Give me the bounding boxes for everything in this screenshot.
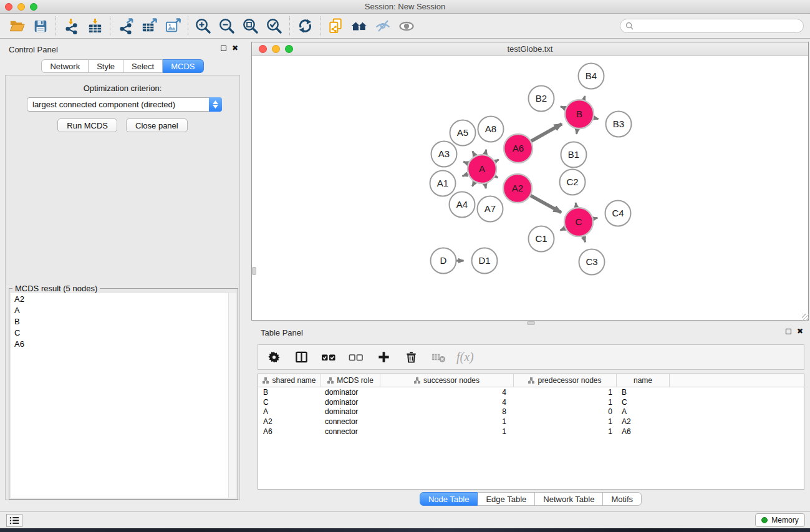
- export-network-button[interactable]: [113, 16, 137, 37]
- table-row[interactable]: Adominator80A: [258, 407, 804, 417]
- table-row[interactable]: Cdominator41C: [258, 397, 804, 407]
- network-maximize-button[interactable]: [285, 45, 293, 53]
- tab-mcds[interactable]: MCDS: [163, 59, 203, 73]
- zoom-selected-button[interactable]: [263, 16, 286, 37]
- float-panel-icon[interactable]: [221, 46, 226, 51]
- tab-network-table[interactable]: Network Table: [535, 492, 603, 506]
- graph-edge-A-A5[interactable]: [473, 152, 475, 157]
- graph-edge-A-A3[interactable]: [463, 162, 468, 163]
- zoom-in-button[interactable]: [191, 16, 215, 37]
- graph-edge-A-A1[interactable]: [462, 174, 468, 177]
- table-row[interactable]: A2connector11A2: [258, 417, 804, 427]
- network-files-button[interactable]: [324, 16, 347, 37]
- tab-edge-table[interactable]: Edge Table: [478, 492, 535, 506]
- graph-edge-A-A8[interactable]: [485, 150, 486, 155]
- graph-edge-B-B1[interactable]: [577, 128, 577, 134]
- graph-edge-A6-B[interactable]: [531, 124, 562, 142]
- delete-columns-button[interactable]: [402, 348, 420, 367]
- list-item[interactable]: A2: [11, 293, 236, 304]
- run-mcds-button[interactable]: Run MCDS: [57, 118, 117, 132]
- home-view-button[interactable]: [347, 16, 371, 37]
- import-network-button[interactable]: [59, 16, 83, 37]
- minimize-window-button[interactable]: [17, 3, 25, 11]
- graph-node-label-B4: B4: [586, 70, 597, 81]
- task-history-button[interactable]: [6, 514, 22, 527]
- float-table-panel-icon[interactable]: [786, 329, 791, 334]
- export-image-button[interactable]: [161, 16, 185, 37]
- graph-node-label-C2: C2: [566, 177, 578, 187]
- table-mode-button[interactable]: [264, 348, 283, 367]
- close-panel-icon[interactable]: ✖: [232, 46, 238, 51]
- network-canvas[interactable]: AA1A2A3A4A5A6A7A8BB1B2B3B4CC1C2C3C4DD1: [253, 57, 808, 320]
- tab-select[interactable]: Select: [123, 59, 163, 73]
- column-header-label: shared name: [272, 376, 316, 385]
- window-resize-grip[interactable]: [802, 314, 809, 321]
- graph-edge-B-B3[interactable]: [593, 118, 598, 119]
- tab-node-table[interactable]: Node Table: [420, 492, 478, 506]
- export-network-icon: [117, 17, 134, 34]
- maximize-window-button[interactable]: [30, 3, 37, 11]
- close-table-panel-icon[interactable]: ✖: [797, 329, 803, 334]
- search-input[interactable]: [637, 21, 803, 32]
- zoom-in-icon: [195, 17, 212, 35]
- table-header-row: shared nameMCDS rolesuccessor nodesprede…: [258, 374, 804, 387]
- open-session-button[interactable]: [5, 16, 29, 37]
- canvas-left-grip[interactable]: [252, 267, 256, 275]
- node-table[interactable]: shared nameMCDS rolesuccessor nodesprede…: [258, 374, 804, 490]
- destroy-table-button[interactable]: [429, 348, 448, 367]
- tab-network[interactable]: Network: [41, 59, 89, 73]
- network-close-button[interactable]: [259, 45, 267, 53]
- table-row[interactable]: A6connector11A6: [258, 427, 804, 437]
- mcds-result-list[interactable]: A2ABCA6: [11, 293, 236, 498]
- tab-style[interactable]: Style: [89, 59, 123, 73]
- table-cell: A: [617, 407, 670, 416]
- column-header-shared-name[interactable]: shared name: [258, 374, 321, 387]
- show-columns-button[interactable]: [292, 348, 311, 367]
- refresh-layout-button[interactable]: [293, 16, 317, 37]
- table-cell: 4: [380, 388, 514, 397]
- list-item[interactable]: C: [11, 327, 236, 338]
- hide-selected-button[interactable]: [371, 16, 395, 37]
- tab-motifs[interactable]: Motifs: [603, 492, 642, 506]
- window-title: Session: New Session: [365, 2, 445, 11]
- list-item[interactable]: A6: [11, 338, 236, 349]
- list-icon: [9, 516, 19, 525]
- select-all-button[interactable]: [319, 348, 338, 367]
- import-table-button[interactable]: [83, 16, 107, 37]
- graph-edge-C-C3[interactable]: [583, 236, 585, 242]
- memory-button[interactable]: Memory: [755, 513, 805, 527]
- zoom-out-button[interactable]: [215, 16, 239, 37]
- column-header-name[interactable]: name: [617, 374, 670, 387]
- import-table-icon: [87, 17, 104, 34]
- search-box[interactable]: [620, 19, 804, 33]
- column-header-label: successor nodes: [423, 376, 480, 385]
- status-bar: [0, 511, 810, 528]
- graph-edge-A2-C[interactable]: [530, 195, 561, 212]
- list-item[interactable]: B: [11, 316, 236, 327]
- graph-edge-A-A4[interactable]: [472, 181, 475, 186]
- graph-edge-A-A7[interactable]: [485, 183, 486, 189]
- column-header-successor-nodes[interactable]: successor nodes: [380, 374, 514, 387]
- export-table-button[interactable]: [137, 16, 161, 37]
- list-item[interactable]: A: [11, 304, 236, 316]
- result-scrollbar[interactable]: [228, 293, 236, 498]
- function-builder-button[interactable]: f(x): [456, 348, 474, 367]
- optimization-criterion-dropdown[interactable]: largest connected component (directed): [27, 97, 222, 112]
- table-cell: 4: [380, 398, 514, 407]
- network-window-titlebar[interactable]: testGlobe.txt: [252, 42, 808, 56]
- show-all-button[interactable]: [395, 16, 418, 37]
- deselect-all-button[interactable]: [347, 348, 365, 367]
- table-row[interactable]: Bdominator41B: [258, 387, 804, 397]
- mcds-result-title: MCDS result (5 nodes): [12, 284, 100, 293]
- graph-edge-C-C1[interactable]: [561, 228, 566, 230]
- network-minimize-button[interactable]: [272, 45, 280, 53]
- column-header-mcds-role[interactable]: MCDS role: [321, 374, 380, 387]
- close-window-button[interactable]: [5, 3, 12, 11]
- create-column-button[interactable]: [374, 348, 393, 367]
- graph-edge-B-B2[interactable]: [561, 107, 566, 109]
- save-session-button[interactable]: [29, 16, 52, 37]
- close-panel-button[interactable]: Close panel: [126, 118, 188, 132]
- control-panel-header: Control Panel ✖: [0, 39, 245, 57]
- zoom-fit-button[interactable]: [239, 16, 263, 37]
- column-header-predecessor-nodes[interactable]: predecessor nodes: [514, 374, 617, 387]
